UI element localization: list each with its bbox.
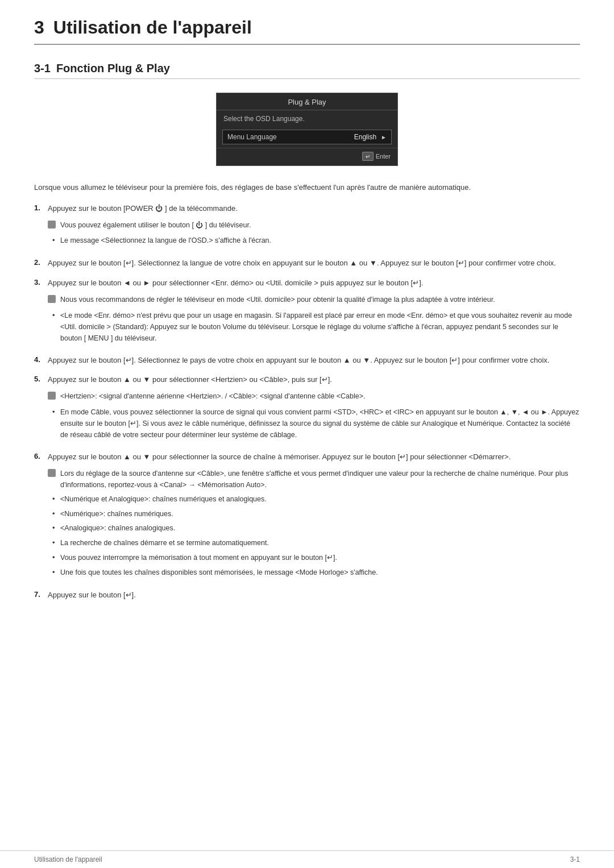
steps-list: 1.Appuyez sur le bouton [POWER ⏻ ] de la… bbox=[34, 203, 580, 601]
tv-icon bbox=[48, 392, 56, 400]
sub-item-icon-1-1 bbox=[48, 219, 60, 232]
section-title-text: Fonction Plug & Play bbox=[56, 62, 170, 74]
step-item-6: 6.Appuyez sur le bouton ▲ ou ▼ pour séle… bbox=[34, 451, 580, 582]
bullet-marker: • bbox=[48, 552, 60, 564]
sub-item-text-1-2: Le message <Sélectionnez la langue de l'… bbox=[60, 235, 271, 246]
sub-item-icon-3-1 bbox=[48, 294, 60, 307]
bullet-marker: • bbox=[48, 406, 60, 418]
step-content-7: Appuyez sur le bouton [↵]. bbox=[48, 589, 580, 601]
sub-item-text-6-7: Une fois que toutes les chaînes disponib… bbox=[60, 567, 378, 578]
osd-dialog: Plug & Play Select the OSD Language. Men… bbox=[216, 93, 398, 166]
osd-dialog-subtitle: Select the OSD Language. bbox=[217, 110, 397, 126]
sub-item-text-5-1: <Hertzien>: <signal d'antenne aérienne <… bbox=[60, 391, 365, 402]
section-number: 3-1 bbox=[34, 62, 51, 74]
step-num-7: 7. bbox=[34, 590, 48, 599]
step-text-6: Appuyez sur le bouton ▲ ou ▼ pour sélect… bbox=[48, 452, 511, 461]
sub-item-6-7: •Une fois que toutes les chaînes disponi… bbox=[48, 567, 580, 579]
step-num-2: 2. bbox=[34, 258, 48, 267]
step-content-2: Appuyez sur le bouton [↵]. Sélectionnez … bbox=[48, 258, 580, 269]
step-text-3: Appuyez sur le bouton ◄ ou ► pour sélect… bbox=[48, 279, 423, 287]
sub-item-6-2: •<Numérique et Analogique>: chaînes numé… bbox=[48, 493, 580, 505]
step-text-1: Appuyez sur le bouton [POWER ⏻ ] de la t… bbox=[48, 204, 238, 213]
step-item-1: 1.Appuyez sur le bouton [POWER ⏻ ] de la… bbox=[34, 203, 580, 250]
osd-enter-button: ↵ Enter bbox=[362, 152, 391, 161]
sub-item-text-3-1: Nous vous recommandons de régler le télé… bbox=[60, 294, 495, 305]
step-content-1: Appuyez sur le bouton [POWER ⏻ ] de la t… bbox=[48, 203, 580, 250]
bullet-marker: • bbox=[48, 567, 60, 579]
step-num-6: 6. bbox=[34, 452, 48, 460]
section-title: 3-1Fonction Plug & Play bbox=[34, 62, 580, 79]
sub-item-text-1-1: Vous pouvez également utiliser le bouton… bbox=[60, 219, 251, 231]
bullet-marker: • bbox=[48, 235, 60, 247]
sub-item-5-1: <Hertzien>: <signal d'antenne aérienne <… bbox=[48, 391, 580, 404]
step-item-4: 4.Appuyez sur le bouton [↵]. Sélectionne… bbox=[34, 355, 580, 367]
step-content-3: Appuyez sur le bouton ◄ ou ► pour sélect… bbox=[48, 277, 580, 347]
sub-item-1-2: •Le message <Sélectionnez la langue de l… bbox=[48, 235, 580, 247]
step-text-4: Appuyez sur le bouton [↵]. Sélectionnez … bbox=[48, 356, 549, 364]
step-item-5: 5.Appuyez sur le bouton ▲ ou ▼ pour séle… bbox=[34, 374, 580, 443]
step-text-7: Appuyez sur le bouton [↵]. bbox=[48, 591, 136, 599]
osd-dialog-row: Menu Language English ► bbox=[222, 130, 392, 144]
tv-icon bbox=[48, 221, 56, 229]
osd-menu-language-value: English bbox=[354, 133, 376, 141]
sub-item-text-6-6: Vous pouvez interrompre la mémorisation … bbox=[60, 552, 337, 563]
step-sublist-6: Lors du réglage de la source d'antenne s… bbox=[48, 468, 580, 579]
sub-item-text-6-3: <Numérique>: chaînes numériques. bbox=[60, 508, 173, 520]
sub-item-text-6-2: <Numérique et Analogique>: chaînes numér… bbox=[60, 493, 267, 505]
sub-item-icon-6-1 bbox=[48, 468, 60, 481]
step-text-2: Appuyez sur le bouton [↵]. Sélectionnez … bbox=[48, 259, 556, 267]
body-intro: Lorsque vous allumez le téléviseur pour … bbox=[34, 182, 580, 194]
step-content-6: Appuyez sur le bouton ▲ ou ▼ pour sélect… bbox=[48, 451, 580, 582]
osd-dialog-footer: ↵ Enter bbox=[217, 148, 397, 165]
sub-item-5-2: •En mode Câble, vous pouvez sélectionner… bbox=[48, 406, 580, 441]
step-num-3: 3. bbox=[34, 278, 48, 286]
sub-item-text-5-2: En mode Câble, vous pouvez sélectionner … bbox=[60, 406, 580, 441]
osd-menu-language-label: Menu Language bbox=[227, 133, 354, 141]
sub-item-text-3-2: <Le mode <Enr. démo> n'est prévu que pou… bbox=[60, 310, 580, 344]
step-item-7: 7.Appuyez sur le bouton [↵]. bbox=[34, 589, 580, 601]
tv-icon bbox=[48, 469, 56, 477]
sub-item-3-1: Nous vous recommandons de régler le télé… bbox=[48, 294, 580, 307]
sub-item-1-1: Vous pouvez également utiliser le bouton… bbox=[48, 219, 580, 232]
sub-item-3-2: •<Le mode <Enr. démo> n'est prévu que po… bbox=[48, 310, 580, 344]
chapter-title-text: Utilisation de l'appareil bbox=[53, 17, 252, 38]
osd-arrow-icon: ► bbox=[381, 134, 387, 140]
sub-item-6-5: •La recherche de chaînes démarre et se t… bbox=[48, 537, 580, 549]
step-text-5: Appuyez sur le bouton ▲ ou ▼ pour sélect… bbox=[48, 375, 332, 384]
bullet-marker: • bbox=[48, 537, 60, 549]
step-sublist-3: Nous vous recommandons de régler le télé… bbox=[48, 294, 580, 344]
step-num-5: 5. bbox=[34, 375, 48, 383]
osd-dialog-title: Plug & Play bbox=[217, 93, 397, 110]
enter-icon: ↵ bbox=[362, 152, 374, 161]
bullet-marker: • bbox=[48, 310, 60, 322]
bullet-marker: • bbox=[48, 522, 60, 534]
osd-dialog-container: Plug & Play Select the OSD Language. Men… bbox=[34, 93, 580, 166]
osd-enter-label: Enter bbox=[376, 153, 391, 160]
step-sublist-1: Vous pouvez également utiliser le bouton… bbox=[48, 219, 580, 247]
step-item-3: 3.Appuyez sur le bouton ◄ ou ► pour séle… bbox=[34, 277, 580, 347]
step-sublist-5: <Hertzien>: <signal d'antenne aérienne <… bbox=[48, 391, 580, 441]
tv-icon bbox=[48, 295, 56, 303]
sub-item-6-6: •Vous pouvez interrompre la mémorisation… bbox=[48, 552, 580, 564]
sub-item-text-6-5: La recherche de chaînes démarre et se te… bbox=[60, 537, 269, 549]
bullet-marker: • bbox=[48, 493, 60, 505]
sub-item-6-4: •<Analogique>: chaînes analogiques. bbox=[48, 522, 580, 534]
sub-item-6-3: •<Numérique>: chaînes numériques. bbox=[48, 508, 580, 520]
sub-item-icon-5-1 bbox=[48, 391, 60, 404]
chapter-number: 3 bbox=[34, 17, 44, 38]
sub-item-6-1: Lors du réglage de la source d'antenne s… bbox=[48, 468, 580, 491]
bullet-marker: • bbox=[48, 508, 60, 520]
chapter-title: 3Utilisation de l'appareil bbox=[34, 17, 580, 45]
step-item-2: 2.Appuyez sur le bouton [↵]. Sélectionne… bbox=[34, 258, 580, 269]
step-num-1: 1. bbox=[34, 203, 48, 212]
step-content-4: Appuyez sur le bouton [↵]. Sélectionnez … bbox=[48, 355, 580, 367]
sub-item-text-6-1: Lors du réglage de la source d'antenne s… bbox=[60, 468, 580, 491]
step-content-5: Appuyez sur le bouton ▲ ou ▼ pour sélect… bbox=[48, 374, 580, 443]
footer-left: Utilisation de l'appareil bbox=[34, 855, 102, 863]
footer-right: 3-1 bbox=[570, 855, 580, 863]
sub-item-text-6-4: <Analogique>: chaînes analogiques. bbox=[60, 522, 175, 534]
page-footer: Utilisation de l'appareil 3-1 bbox=[0, 850, 614, 868]
step-num-4: 4. bbox=[34, 355, 48, 364]
